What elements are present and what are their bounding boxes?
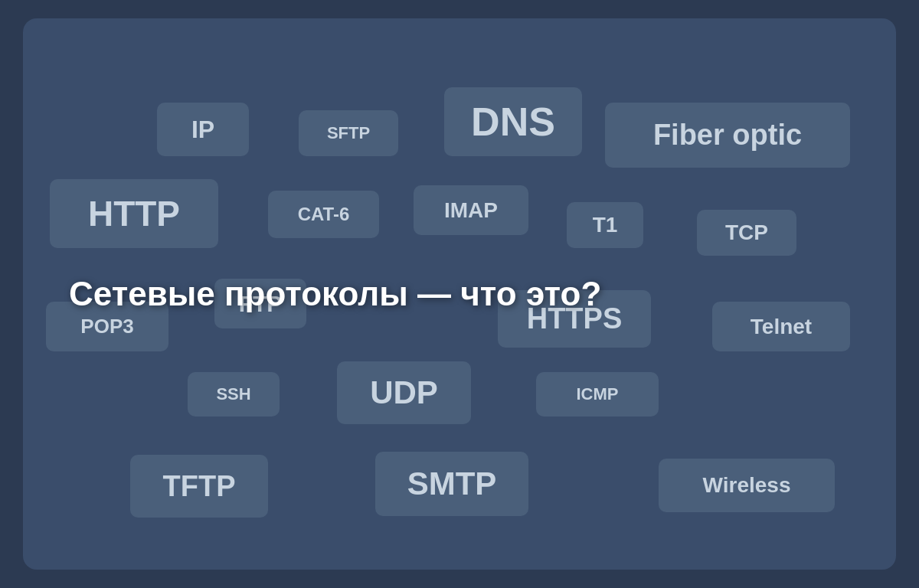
tag-ssh: SSH	[188, 372, 280, 416]
tag-http: HTTP	[50, 179, 218, 248]
tag-tcp: TCP	[697, 210, 796, 256]
main-container: IPSFTPDNSFiber opticHTTPCAT-6IMAPT1TCPFT…	[23, 18, 896, 570]
tag-smtp: SMTP	[375, 452, 528, 516]
tag-dns: DNS	[444, 87, 582, 156]
tag-sftp: SFTP	[299, 110, 398, 156]
tag-t1: T1	[567, 202, 643, 248]
tag-telnet: Telnet	[712, 302, 850, 351]
tag-fiber-optic: Fiber optic	[605, 103, 850, 168]
tag-ip: IP	[157, 103, 249, 156]
tag-wireless: Wireless	[659, 459, 835, 512]
tag-tftp: TFTP	[130, 455, 268, 518]
headline: Сетевые протоколы — что это?	[69, 275, 601, 313]
tag-imap: IMAP	[414, 185, 528, 235]
tag-udp: UDP	[337, 361, 471, 424]
tag-cat6: CAT-6	[268, 191, 379, 238]
tag-icmp: ICMP	[536, 372, 659, 416]
